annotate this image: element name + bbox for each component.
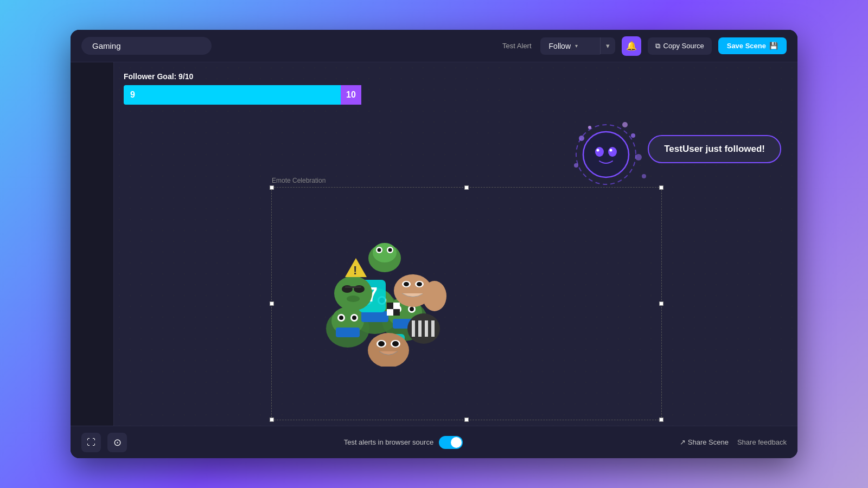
- emote-celebration-box[interactable]: Emote Celebration: [271, 187, 662, 420]
- expand-button[interactable]: ⛶: [81, 433, 101, 452]
- emote-pile-svg: 7 7: [304, 204, 467, 367]
- svg-rect-72: [387, 309, 393, 316]
- progress-bar: 9 10: [124, 85, 373, 105]
- chevron-down-icon: ▾: [575, 43, 578, 49]
- svg-point-12: [642, 174, 646, 178]
- svg-point-41: [404, 282, 409, 286]
- svg-rect-50: [418, 320, 422, 337]
- follower-goal-widget: Follower Goal: 9/10 9 10: [124, 72, 373, 105]
- footer-center: Test alerts in browser source: [344, 436, 463, 449]
- svg-point-30: [410, 307, 414, 311]
- svg-rect-51: [425, 320, 428, 337]
- follow-dropdown-label: Follow: [549, 42, 571, 50]
- svg-point-8: [635, 154, 642, 160]
- alert-notification: TestUser just followed!: [565, 111, 781, 187]
- canvas-area[interactable]: Follower Goal: 9/10 9 10: [114, 62, 797, 426]
- follow-dropdown-container: Follow ▾ ▾: [540, 37, 615, 55]
- mascot-svg: [565, 111, 652, 198]
- emote-celebration-label: Emote Celebration: [272, 177, 326, 184]
- handle-bottom-middle[interactable]: [464, 418, 469, 422]
- svg-rect-69: [439, 288, 443, 299]
- test-alerts-toggle[interactable]: [439, 436, 463, 449]
- svg-point-3: [608, 147, 617, 157]
- handle-top-right[interactable]: [659, 185, 663, 190]
- header: Test Alert Follow ▾ ▾ 🔔 ⧉ Copy Source Sa…: [71, 30, 797, 62]
- save-icon: 💾: [769, 42, 778, 50]
- svg-rect-32: [336, 328, 360, 337]
- save-label: Save Scene: [727, 42, 766, 50]
- share-scene-label: Share Scene: [688, 438, 729, 446]
- alert-mascot: [565, 111, 641, 187]
- svg-rect-31: [361, 311, 388, 322]
- svg-point-9: [574, 163, 578, 168]
- svg-rect-52: [431, 320, 435, 337]
- svg-point-24: [352, 316, 356, 320]
- bell-icon: 🔔: [626, 41, 637, 51]
- progress-goal: 10: [341, 85, 361, 105]
- follower-goal-title: Follower Goal: 9/10: [124, 72, 373, 81]
- svg-point-5: [610, 149, 612, 152]
- test-alerts-label: Test alerts in browser source: [344, 438, 433, 446]
- svg-point-47: [392, 341, 399, 346]
- svg-point-2: [595, 147, 604, 157]
- progress-fill: 9: [124, 85, 341, 105]
- bell-button[interactable]: 🔔: [622, 36, 641, 56]
- test-alert-label: Test Alert: [502, 42, 531, 50]
- handle-middle-left[interactable]: [270, 301, 274, 306]
- user-icon: ⊙: [113, 436, 122, 448]
- main-content: Follower Goal: 9/10 9 10: [71, 62, 797, 426]
- svg-rect-49: [412, 320, 415, 337]
- svg-rect-71: [393, 303, 400, 309]
- svg-point-43: [368, 333, 409, 367]
- share-feedback-link[interactable]: Share feedback: [737, 438, 787, 446]
- svg-rect-56: [345, 286, 361, 288]
- svg-text:!: !: [353, 264, 357, 277]
- sidebar: [71, 62, 114, 426]
- svg-point-65: [388, 248, 392, 252]
- follow-dropdown-btn[interactable]: Follow ▾: [540, 37, 600, 55]
- app-window: Test Alert Follow ▾ ▾ 🔔 ⧉ Copy Source Sa…: [71, 30, 797, 458]
- svg-point-42: [417, 282, 422, 286]
- svg-point-4: [597, 149, 599, 152]
- toggle-knob: [451, 437, 462, 448]
- svg-point-23: [339, 316, 343, 320]
- svg-point-10: [588, 126, 591, 129]
- scene-name-input[interactable]: [81, 37, 212, 55]
- copy-source-button[interactable]: ⧉ Copy Source: [648, 37, 712, 55]
- svg-rect-70: [387, 303, 393, 309]
- chevron-down-icon-2: ▾: [606, 42, 610, 50]
- footer-right: ↗ Share Scene Share feedback: [680, 438, 787, 446]
- svg-point-7: [631, 133, 635, 138]
- progress-current-value: 9: [130, 90, 135, 100]
- share-icon: ↗: [680, 438, 686, 446]
- handle-top-left[interactable]: [270, 185, 274, 190]
- svg-rect-73: [393, 309, 400, 316]
- handle-bottom-left[interactable]: [270, 418, 274, 422]
- handle-middle-right[interactable]: [659, 301, 663, 306]
- handle-bottom-right[interactable]: [659, 418, 663, 422]
- alert-message: TestUser just followed!: [664, 144, 765, 154]
- svg-point-46: [378, 341, 385, 346]
- progress-goal-value: 10: [346, 90, 356, 100]
- svg-point-11: [622, 122, 628, 127]
- svg-point-57: [347, 296, 360, 302]
- share-scene-link[interactable]: ↗ Share Scene: [680, 438, 729, 446]
- svg-point-53: [334, 276, 372, 311]
- footer: ⛶ ⊙ Test alerts in browser source ↗ Shar…: [71, 426, 797, 458]
- emote-pile: 7 7: [304, 204, 467, 369]
- expand-icon: ⛶: [87, 438, 95, 447]
- save-scene-button[interactable]: Save Scene 💾: [718, 37, 787, 54]
- handle-top-middle[interactable]: [464, 185, 469, 190]
- svg-point-64: [378, 248, 381, 252]
- user-button[interactable]: ⊙: [107, 433, 127, 452]
- svg-rect-67: [428, 290, 432, 300]
- svg-point-61: [373, 243, 397, 262]
- svg-rect-68: [433, 287, 438, 299]
- alert-bubble: TestUser just followed!: [648, 135, 781, 163]
- svg-point-1: [583, 132, 629, 177]
- copy-source-label: Copy Source: [663, 42, 704, 50]
- dropdown-arrow-btn[interactable]: ▾: [600, 37, 615, 54]
- svg-point-6: [579, 136, 584, 141]
- copy-icon: ⧉: [655, 42, 660, 50]
